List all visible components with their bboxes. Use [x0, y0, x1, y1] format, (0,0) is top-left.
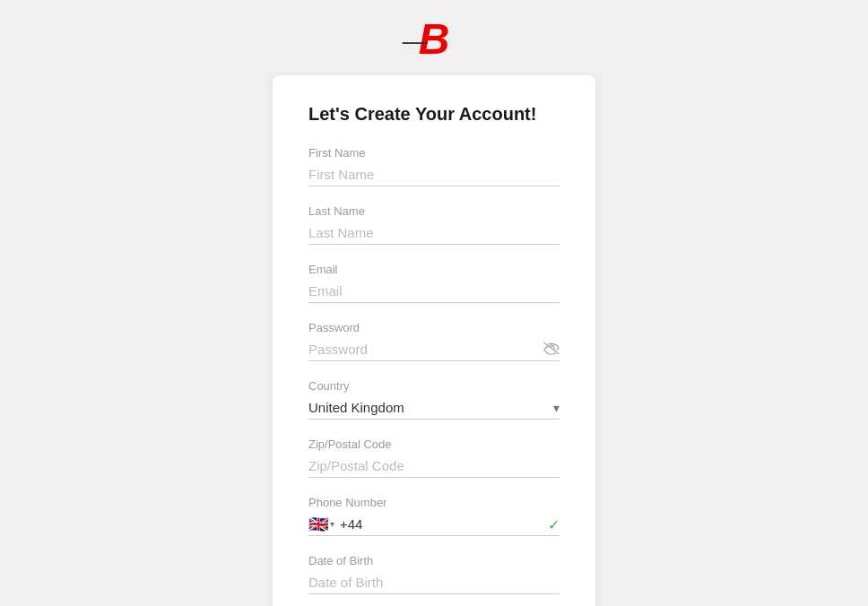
email-group: Email — [308, 263, 560, 303]
last-name-label: Last Name — [308, 204, 560, 218]
zip-input[interactable] — [308, 454, 560, 478]
country-select-wrapper: United Kingdom United States Canada Aust… — [308, 396, 560, 420]
phone-prefix: +44 — [340, 516, 362, 532]
phone-wrapper: 🇬🇧 ▾ +44 ✓ — [308, 513, 560, 536]
eye-off-icon[interactable] — [543, 342, 560, 358]
signup-card: Let's Create Your Account! First Name La… — [273, 75, 595, 606]
first-name-input[interactable] — [308, 163, 560, 186]
phone-label: Phone Number — [308, 496, 560, 509]
last-name-input[interactable] — [308, 221, 560, 245]
dob-group: Date of Birth — [308, 554, 560, 594]
country-group: Country United Kingdom United States Can… — [308, 379, 560, 420]
dob-label: Date of Birth — [308, 554, 560, 567]
password-wrapper — [308, 338, 560, 361]
checkmark-icon: ✓ — [548, 515, 560, 532]
last-name-group: Last Name — [308, 204, 560, 245]
country-label: Country — [308, 379, 560, 393]
dob-input[interactable] — [308, 571, 560, 594]
zip-group: Zip/Postal Code — [308, 437, 560, 478]
phone-group: Phone Number 🇬🇧 ▾ +44 ✓ — [308, 496, 560, 536]
first-name-group: First Name — [308, 146, 560, 186]
first-name-label: First Name — [308, 146, 560, 160]
password-label: Password — [308, 321, 560, 334]
card-title: Let's Create Your Account! — [308, 104, 560, 125]
email-input[interactable] — [308, 280, 560, 303]
flag-selector[interactable]: 🇬🇧 ▾ — [308, 515, 334, 534]
zip-label: Zip/Postal Code — [308, 437, 560, 451]
brand-logo: B — [419, 18, 450, 61]
country-select[interactable]: United Kingdom United States Canada Aust… — [308, 396, 560, 419]
password-group: Password — [308, 321, 560, 361]
password-input[interactable] — [308, 338, 560, 361]
flag-chevron-icon: ▾ — [330, 519, 334, 529]
logo: B — [419, 18, 450, 61]
phone-input[interactable] — [366, 513, 561, 535]
uk-flag-icon: 🇬🇧 — [308, 515, 328, 534]
email-label: Email — [308, 263, 560, 276]
